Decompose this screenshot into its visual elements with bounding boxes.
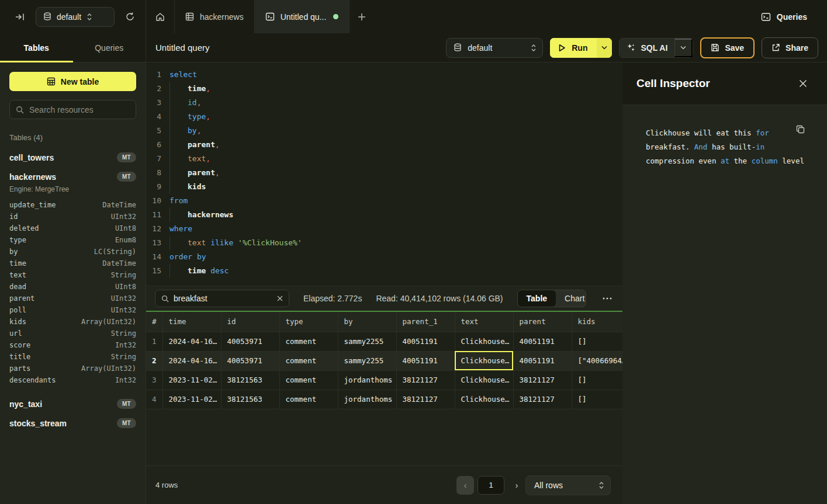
cell[interactable]: [] bbox=[572, 390, 622, 409]
column-header-by[interactable]: by bbox=[338, 312, 396, 332]
run-button[interactable]: Run bbox=[550, 38, 597, 58]
sidebar-search-input[interactable] bbox=[29, 105, 130, 114]
clear-search-button[interactable] bbox=[277, 296, 283, 301]
cell[interactable]: 2023-11-02… bbox=[162, 390, 221, 409]
table-name: hackernews bbox=[9, 172, 56, 182]
cell[interactable]: comment bbox=[279, 351, 338, 370]
column-header-parent_1[interactable]: parent_1 bbox=[396, 312, 455, 332]
cell[interactable]: jordanthoms bbox=[338, 390, 396, 409]
page-number-input[interactable] bbox=[477, 476, 504, 495]
column-header-type[interactable]: type bbox=[279, 312, 338, 332]
column-header-text[interactable]: text bbox=[455, 312, 513, 332]
table-row: 42023-11-02…38121563commentjordanthoms38… bbox=[146, 390, 622, 409]
code-text: text ilike '%ClickHouse%' bbox=[169, 236, 302, 250]
cell[interactable]: sammy2255 bbox=[338, 332, 396, 351]
sidebar-table-cell_towers[interactable]: cell_towersMT bbox=[9, 148, 136, 167]
sql-ai-button[interactable]: SQL AI bbox=[620, 43, 674, 53]
collapse-sidebar-button[interactable] bbox=[13, 10, 27, 24]
page-size-select[interactable]: All rows bbox=[525, 475, 611, 495]
sidebar-tab-tables[interactable]: Tables bbox=[0, 33, 73, 62]
token: text bbox=[188, 238, 206, 247]
cell[interactable]: comment bbox=[279, 370, 338, 390]
cell[interactable]: [] bbox=[572, 332, 622, 351]
cell[interactable]: jordanthoms bbox=[338, 370, 396, 390]
cell[interactable]: Clickhouse… bbox=[455, 390, 513, 409]
sidebar-table-stocks_stream[interactable]: stocks_streamMT bbox=[9, 413, 136, 433]
column-type: DateTime bbox=[102, 201, 136, 209]
token: , bbox=[215, 140, 220, 149]
next-page-button[interactable]: › bbox=[508, 476, 525, 495]
cell[interactable]: comment bbox=[279, 332, 338, 351]
line-number: 11 bbox=[146, 208, 161, 222]
cell[interactable]: Clickhouse… bbox=[455, 332, 513, 351]
column-header-parent[interactable]: parent bbox=[513, 312, 572, 332]
cell-inspector-header: Cell Inspector bbox=[622, 62, 827, 105]
results-more-button[interactable] bbox=[600, 297, 614, 300]
cell[interactable]: 2023-11-02… bbox=[162, 370, 221, 390]
cell[interactable]: Clickhouse… bbox=[455, 370, 513, 390]
tab-untitled-query[interactable]: Untitled qu... bbox=[255, 0, 350, 33]
queries-button[interactable]: Queries bbox=[761, 12, 807, 22]
line-number: 5 bbox=[146, 124, 161, 138]
sql-editor[interactable]: 1select2time,3id,4type,5by,6parent,7text… bbox=[146, 62, 622, 286]
column-row: typeEnum8 bbox=[9, 234, 136, 246]
results-search-input[interactable] bbox=[174, 294, 272, 303]
token: desc bbox=[210, 266, 229, 275]
cell[interactable]: 40053971 bbox=[221, 332, 279, 351]
cell[interactable]: 38121563 bbox=[221, 390, 279, 409]
sidebar-tables-list: cell_towersMThackernewsMTEngine: MergeTr… bbox=[9, 148, 136, 433]
sidebar-table-nyc_taxi[interactable]: nyc_taxiMT bbox=[9, 394, 136, 413]
cell[interactable]: 40051191 bbox=[396, 332, 455, 351]
cell[interactable]: 40051191 bbox=[396, 351, 455, 370]
column-header-kids[interactable]: kids bbox=[572, 312, 622, 332]
chevron-down-icon bbox=[601, 46, 607, 50]
cell[interactable]: ["40066964… bbox=[572, 351, 622, 370]
indent-guide bbox=[169, 166, 188, 180]
cell[interactable]: 38121127 bbox=[396, 370, 455, 390]
cell[interactable]: sammy2255 bbox=[338, 351, 396, 370]
cell[interactable]: 38121563 bbox=[221, 370, 279, 390]
engine-badge: MT bbox=[117, 418, 136, 428]
column-name: score bbox=[9, 341, 30, 349]
cell[interactable]: 2024-04-16… bbox=[162, 332, 221, 351]
column-header-time[interactable]: time bbox=[162, 312, 221, 332]
sql-ai-options-button[interactable] bbox=[674, 39, 693, 57]
copy-cell-button[interactable] bbox=[795, 124, 806, 135]
view-toggle-table[interactable]: Table bbox=[518, 290, 556, 307]
cell[interactable]: 40051191 bbox=[513, 351, 572, 370]
cell[interactable]: 38121127 bbox=[513, 390, 572, 409]
previous-page-button[interactable]: ‹ bbox=[456, 476, 474, 495]
query-database-value: default bbox=[468, 43, 525, 53]
column-type: UInt32 bbox=[111, 294, 136, 303]
run-options-button[interactable] bbox=[597, 38, 612, 58]
sidebar-table-hackernews[interactable]: hackernewsMT bbox=[9, 167, 136, 186]
cell[interactable]: [] bbox=[572, 370, 622, 390]
tab-home[interactable] bbox=[146, 0, 175, 33]
tab-hackernews[interactable]: hackernews bbox=[175, 0, 255, 33]
cell[interactable]: 38121127 bbox=[513, 370, 572, 390]
indent-guide bbox=[169, 96, 188, 110]
cell[interactable]: 2024-04-16… bbox=[162, 351, 221, 370]
column-name: dead bbox=[9, 283, 26, 291]
save-button[interactable]: Save bbox=[700, 37, 755, 58]
column-header-id[interactable]: id bbox=[221, 312, 279, 332]
cell[interactable]: 40053971 bbox=[221, 351, 279, 370]
query-database-select[interactable]: default bbox=[446, 38, 543, 58]
refresh-button[interactable] bbox=[123, 9, 137, 24]
cell[interactable]: 38121127 bbox=[396, 390, 455, 409]
search-icon bbox=[16, 106, 24, 114]
tables-section-title: Tables (4) bbox=[9, 133, 136, 142]
column-row: urlString bbox=[9, 328, 136, 339]
cell[interactable]: comment bbox=[279, 390, 338, 409]
close-inspector-button[interactable] bbox=[798, 78, 808, 89]
cell[interactable]: Clickhouse… bbox=[455, 351, 513, 370]
view-toggle-chart[interactable]: Chart bbox=[556, 290, 586, 307]
cell[interactable]: 40051191 bbox=[513, 332, 572, 351]
topbar-database-value: default bbox=[57, 12, 81, 22]
topbar-database-select[interactable]: default bbox=[36, 7, 115, 27]
new-tab-button[interactable] bbox=[350, 0, 374, 33]
new-table-button[interactable]: New table bbox=[9, 72, 136, 91]
share-button[interactable]: Share bbox=[762, 37, 818, 58]
sidebar-tab-queries[interactable]: Queries bbox=[73, 33, 146, 62]
column-header-num[interactable]: # bbox=[146, 312, 162, 332]
